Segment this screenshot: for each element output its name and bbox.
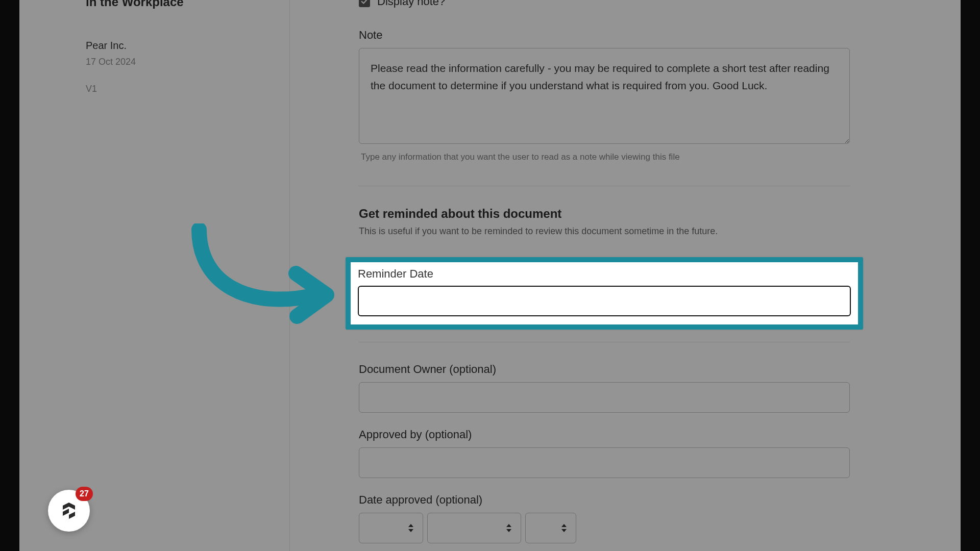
document-title: in the Workplace (86, 0, 289, 9)
date-approved-label: Date approved (optional) (359, 493, 850, 507)
form-area: Display note? Note Type any information … (359, 0, 850, 543)
date-approved-day-select[interactable] (359, 513, 423, 543)
chevron-updown-icon (408, 523, 414, 533)
note-helper-text: Type any information that you want the u… (361, 152, 850, 162)
section-divider-2 (359, 342, 850, 342)
letterbox-left (0, 0, 19, 551)
note-field-block: Note Type any information that you want … (359, 29, 850, 162)
company-name: Pear Inc. (86, 40, 289, 52)
reminder-section: Get reminded about this document This is… (359, 207, 850, 237)
form-main: Display note? Note Type any information … (290, 0, 961, 551)
approved-by-label: Approved by (optional) (359, 428, 850, 441)
reminder-subtext: This is useful if you want to be reminde… (359, 226, 850, 237)
note-label: Note (359, 29, 850, 42)
page-container: in the Workplace Pear Inc. 17 Oct 2024 V… (19, 0, 961, 551)
reminder-heading: Get reminded about this document (359, 207, 850, 221)
svg-marker-2 (69, 512, 75, 519)
svg-marker-1 (63, 509, 69, 516)
document-sidebar: in the Workplace Pear Inc. 17 Oct 2024 V… (19, 0, 290, 551)
reminder-date-input[interactable] (358, 286, 851, 316)
document-owner-input[interactable] (359, 382, 850, 413)
approved-by-input[interactable] (359, 447, 850, 478)
display-note-checkbox-row[interactable]: Display note? (359, 0, 850, 8)
chat-logo-icon (59, 500, 79, 521)
date-approved-month-select[interactable] (427, 513, 521, 543)
chevron-updown-icon (561, 523, 568, 533)
svg-marker-0 (63, 503, 75, 510)
date-approved-year-select[interactable] (525, 513, 576, 543)
document-owner-label: Document Owner (optional) (359, 363, 850, 376)
chat-badge: 27 (76, 487, 93, 501)
section-divider (359, 186, 850, 186)
document-version: V1 (86, 84, 289, 94)
reminder-date-highlight: Reminder Date (346, 257, 863, 330)
letterbox-right (961, 0, 980, 551)
date-approved-row (359, 513, 850, 543)
display-note-label: Display note? (377, 0, 445, 8)
reminder-date-label: Reminder Date (358, 267, 851, 281)
chat-widget[interactable]: 27 (48, 490, 90, 532)
document-date: 17 Oct 2024 (86, 57, 289, 67)
note-textarea[interactable] (359, 48, 850, 144)
chevron-updown-icon (506, 523, 512, 533)
owner-field-block: Document Owner (optional) (359, 363, 850, 413)
checkbox-icon[interactable] (359, 0, 370, 7)
date-approved-field-block: Date approved (optional) (359, 493, 850, 543)
approved-by-field-block: Approved by (optional) (359, 428, 850, 478)
